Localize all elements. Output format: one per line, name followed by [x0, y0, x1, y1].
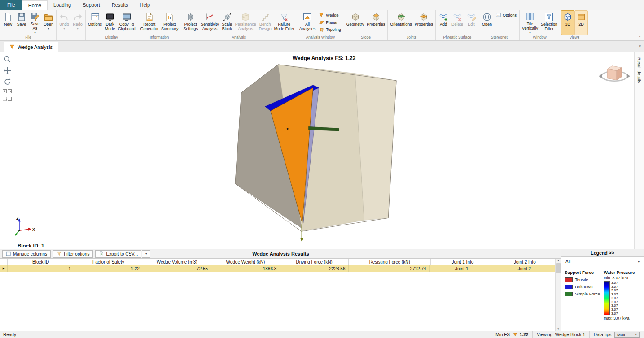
ribbon-button-scale-block[interactable]: Scale Block: [220, 10, 234, 35]
ribbon-button-sensitivity-analysis[interactable]: Sensitivity Analysis: [199, 10, 220, 35]
zoom-window-icon[interactable]: [3, 97, 7, 101]
menu-tab-loading[interactable]: Loading: [48, 0, 77, 10]
ribbon-button-selection-filter[interactable]: Selection Filter: [539, 10, 559, 35]
legend-filter-select[interactable]: All ▾: [563, 258, 642, 265]
ribbon-button-open[interactable]: Open▾: [42, 10, 55, 35]
ribbon-button-planar[interactable]: Planar: [317, 19, 343, 26]
data-tips-dropdown[interactable]: Max ▾: [614, 332, 640, 338]
ribbon-collapse-icon[interactable]: ˆ: [639, 35, 640, 40]
zoom-out-icon[interactable]: [8, 97, 12, 101]
ribbon-button-new[interactable]: New: [1, 10, 15, 35]
zoom-in-icon[interactable]: [8, 89, 12, 93]
ribbon-button-copy-to-clipboard[interactable]: Copy To Clipboard: [117, 10, 137, 35]
column-header-factor-of-safety[interactable]: Factor of Safety: [74, 259, 143, 265]
ribbon-button-geometry[interactable]: Geometry: [345, 10, 366, 35]
cell-driving-force-kn: 2223.56: [280, 265, 349, 272]
scroll-up-icon[interactable]: ▴: [557, 259, 559, 262]
ribbon-button-open[interactable]: Open: [480, 10, 494, 35]
filter-options-button[interactable]: Filter options: [53, 250, 93, 258]
pan-tool-icon[interactable]: [4, 67, 11, 74]
ribbon-button-add[interactable]: Add: [437, 10, 450, 35]
menu-tab-help[interactable]: Help: [134, 0, 156, 10]
ribbon-button-save[interactable]: Save: [15, 10, 28, 35]
ribbon-button-toppling[interactable]: Toppling: [317, 26, 343, 33]
ribbon-group-file: NewSaveSave As▾Open▾File: [0, 10, 57, 40]
ribbon-button-all-analyses[interactable]: All Analyses: [298, 10, 317, 35]
ribbon-button-failure-mode-filter[interactable]: Failure Mode Filter: [273, 10, 296, 35]
view-2d-icon: [576, 12, 586, 22]
ribbon-group-label: Display: [87, 35, 137, 40]
ribbon-button-2d[interactable]: 2D: [574, 10, 588, 35]
cell-factor-of-safety: 1.22: [74, 265, 143, 272]
menu-tab-home[interactable]: Home: [22, 0, 48, 10]
menu-tab-file[interactable]: File: [0, 0, 22, 10]
undo-icon: [59, 12, 69, 22]
export-dropdown-button[interactable]: ▾: [142, 250, 150, 258]
column-header-wedge-weight-kn[interactable]: Wedge Weight (kN): [211, 259, 280, 265]
results-grid-body[interactable]: [0, 272, 561, 331]
row-selector-icon: ▶: [0, 265, 8, 272]
column-header-block-id[interactable]: Block ID: [8, 259, 74, 265]
wedge-icon: [9, 44, 15, 50]
tab-wedge-analysis[interactable]: Wedge Analysis: [4, 42, 58, 52]
column-header-driving-force-kn[interactable]: Driving Force (kN): [280, 259, 349, 265]
column-header-resisting-force-kn[interactable]: Resisting Force (kN): [349, 259, 431, 265]
phreatic-edit-icon: [466, 12, 476, 22]
column-header-joint-1-info[interactable]: Joint 1 Info: [431, 259, 495, 265]
viewport-3d[interactable]: Z X Wedge Analysis F: [14, 52, 634, 249]
tab-list-chevron-icon[interactable]: ▾: [639, 44, 641, 48]
ribbon-button-project-settings[interactable]: Project Settings: [182, 10, 200, 35]
ribbon-button-orientations[interactable]: Orientations: [389, 10, 413, 35]
results-scrollbar[interactable]: ▴ ▾: [555, 259, 561, 331]
ribbon-button-properties[interactable]: Properties: [413, 10, 434, 35]
column-header-joint-2-info[interactable]: Joint 2 Info: [495, 259, 555, 265]
save-icon: [17, 12, 26, 22]
column-header-wedge-volume-m3[interactable]: Wedge Volume (m3): [143, 259, 211, 265]
joint-orientations-icon: [396, 12, 406, 22]
rotate-tool-icon[interactable]: [4, 78, 11, 86]
filter-options-icon: [57, 251, 62, 256]
ribbon-button-3d[interactable]: 3D: [561, 10, 574, 35]
ribbon-button-options[interactable]: Options: [87, 10, 103, 35]
results-toolbar: Manage columns Filter options Export to …: [0, 249, 561, 259]
ribbon-group-label: Stereonet: [480, 35, 518, 40]
ribbon-group-display: OptionsDark ModeCopy To ClipboardDisplay: [86, 10, 138, 40]
export-csv-button[interactable]: Export to CSV...: [95, 250, 141, 258]
stereonet-open-icon: [482, 12, 492, 22]
ribbon-button-options[interactable]: Options: [494, 12, 518, 18]
ribbon-button-wedge[interactable]: Wedge: [317, 12, 343, 18]
manage-columns-icon: [6, 251, 11, 256]
wedge-center-point: [287, 128, 289, 130]
zoom-tool-icon[interactable]: [4, 56, 11, 63]
legend-item-simple-force: Simple Force: [565, 291, 601, 296]
ribbon-button-save-as[interactable]: Save As▾: [28, 10, 42, 35]
zoom-extents-icon[interactable]: [3, 89, 7, 93]
legend-header[interactable]: Legend >>: [561, 249, 644, 257]
ribbon-button-dark-mode[interactable]: Dark Mode: [103, 10, 117, 35]
chevron-down-icon: ▾: [638, 260, 640, 264]
ribbon-button-project-summary[interactable]: Project Summary: [160, 10, 180, 35]
menu-tab-support[interactable]: Support: [77, 0, 106, 10]
dark-mode-icon: [105, 12, 115, 22]
manage-columns-button[interactable]: Manage columns: [2, 250, 51, 258]
ribbon-group-views: 3D2DViews: [560, 10, 589, 40]
ribbon-button-edit: Edit: [464, 10, 478, 35]
cell-wedge-weight-kn: 1886.3: [211, 265, 280, 272]
ribbon-group-label: [57, 39, 84, 40]
nav-cube[interactable]: [599, 66, 630, 81]
ribbon-button-tile-vertically[interactable]: Tile Vertically▾: [521, 10, 539, 35]
table-row[interactable]: ▶11.2272.551886.32223.562712.74Joint 1Jo…: [0, 265, 555, 272]
tab-label: Wedge Analysis: [18, 44, 53, 50]
water-pressure-legend: Water Pressure min: 3.07 kPa 3.073.073.0…: [604, 270, 642, 330]
menu-tab-results[interactable]: Results: [106, 0, 134, 10]
ribbon-button-properties[interactable]: Properties: [365, 10, 386, 35]
ribbon-button-report-generator[interactable]: Report Generator: [139, 10, 160, 35]
water-pressure-gradient: [604, 281, 610, 315]
scroll-thumb[interactable]: [556, 263, 561, 273]
status-data-tips: Data tips: Max ▾: [589, 331, 644, 338]
results-grid-rows: ▶11.2272.551886.32223.562712.74Joint 1Jo…: [0, 265, 561, 272]
result-details-tab[interactable]: Result details: [637, 57, 642, 83]
water-pressure-min: min: 3.07 kPa: [604, 276, 642, 280]
scroll-down-icon[interactable]: ▾: [557, 327, 559, 331]
legend-item-unknown: Unknown: [565, 284, 601, 289]
